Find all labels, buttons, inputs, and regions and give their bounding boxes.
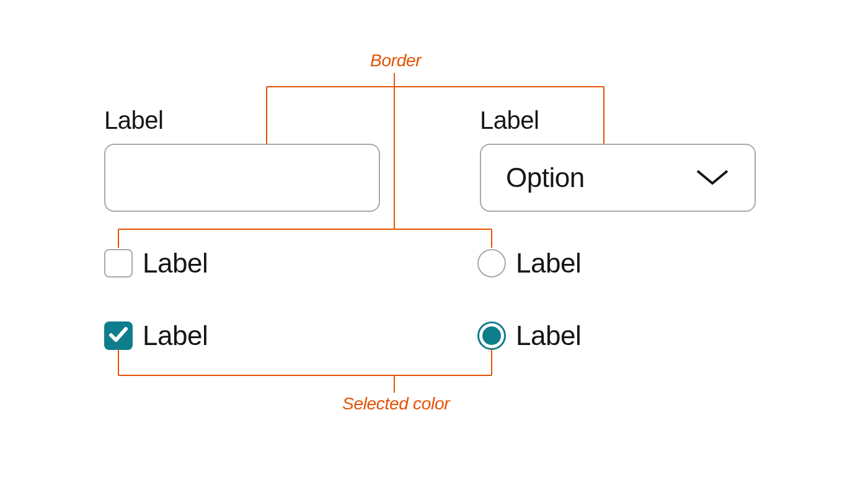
checkbox-unchecked-row: Label (104, 248, 208, 279)
annotation-selected-color: Selected color (342, 394, 450, 414)
dropdown[interactable]: Option (480, 144, 756, 212)
checkbox-unchecked-label: Label (143, 248, 208, 279)
text-input-label: Label (104, 107, 163, 134)
checkbox-checked[interactable] (104, 321, 133, 350)
radio-unselected-row: Label (477, 248, 581, 279)
dropdown-label: Label (480, 107, 539, 134)
radio-selected-inner (482, 326, 501, 345)
radio-selected-row: Label (477, 320, 581, 351)
checkbox-checked-label: Label (143, 320, 208, 351)
checkbox-checked-row: Label (104, 320, 208, 351)
annotation-border: Border (370, 51, 421, 71)
design-spec-diagram: Border Label Label Option La (0, 0, 868, 485)
checkmark-icon (108, 324, 129, 347)
radio-unselected-label: Label (516, 248, 581, 279)
chevron-down-icon (693, 168, 732, 188)
checkbox-unchecked[interactable] (104, 249, 133, 277)
radio-selected-label: Label (516, 320, 581, 351)
text-input[interactable] (104, 144, 380, 212)
dropdown-value: Option (506, 162, 585, 193)
radio-unselected[interactable] (477, 249, 506, 277)
radio-selected[interactable] (477, 321, 506, 350)
